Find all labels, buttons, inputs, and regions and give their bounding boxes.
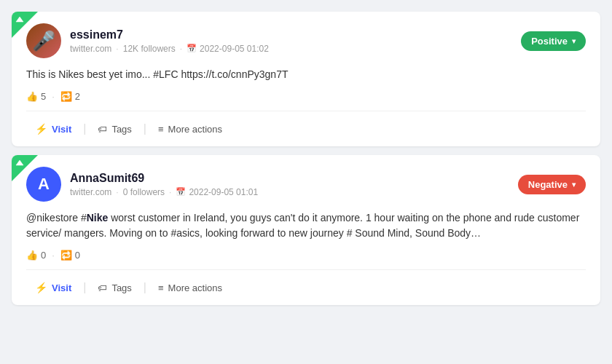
visit-label-1: Visit: [52, 124, 71, 135]
visit-button-2[interactable]: ⚡ Visit: [26, 277, 80, 298]
avatar-2: A: [26, 167, 61, 202]
tags-label-2: Tags: [111, 282, 131, 293]
like-count-1: 5: [41, 91, 46, 102]
post-content-1: This is Nikes best yet imo... #LFC https…: [26, 68, 288, 80]
share-count-1: 2: [75, 91, 80, 102]
footer-sep-2b: |: [144, 281, 146, 294]
user-info-2: A AnnaSumit69 twitter.com · 0 followers …: [26, 167, 258, 202]
chevron-down-icon-1: ▾: [572, 37, 576, 45]
date-wrapper-2: 📅 2022-09-05 01:01: [176, 187, 258, 197]
svg-point-0: [18, 18, 21, 21]
likes-2: 👍 0: [26, 250, 46, 261]
date-2: 2022-09-05 01:01: [189, 187, 258, 197]
username-2: AnnaSumit69: [70, 172, 258, 185]
likes-1: 👍 5: [26, 91, 46, 102]
dot-3: ·: [116, 187, 118, 197]
card-header-1: 🎤 essinem7 twitter.com · 12K followers ·…: [26, 23, 586, 58]
engagement-2: 👍 0 · 🔁 0: [26, 250, 586, 261]
eng-sep-2: ·: [52, 250, 55, 261]
footer-sep-1a: |: [83, 122, 86, 135]
sentiment-badge-2[interactable]: Negative ▾: [518, 175, 586, 194]
more-actions-button-2[interactable]: ≡ More actions: [149, 278, 231, 298]
followers-2: 0 followers: [123, 187, 165, 197]
avatar-letter-2: A: [38, 175, 50, 194]
platform-1: twitter.com: [70, 44, 111, 54]
visit-label-2: Visit: [52, 282, 71, 293]
more-actions-button-1[interactable]: ≡ More actions: [149, 119, 231, 139]
tag-icon-2: 🏷: [98, 282, 107, 293]
engagement-1: 👍 5 · 🔁 2: [26, 91, 586, 102]
more-actions-label-2: More actions: [168, 282, 222, 293]
date-wrapper-1: 📅 2022-09-05 01:02: [187, 44, 269, 54]
sentiment-badge-1[interactable]: Positive ▾: [521, 31, 586, 51]
footer-sep-2a: |: [83, 281, 86, 294]
user-details-2: AnnaSumit69 twitter.com · 0 followers · …: [70, 172, 258, 197]
menu-icon-1: ≡: [158, 124, 164, 135]
share-count-2: 0: [75, 250, 80, 261]
shares-1: 🔁 2: [60, 91, 80, 102]
user-info-1: 🎤 essinem7 twitter.com · 12K followers ·…: [26, 23, 269, 58]
sentiment-label-2: Negative: [528, 179, 568, 190]
share-icon-2: 🔁: [60, 250, 72, 261]
meta-1: twitter.com · 12K followers · 📅 2022-09-…: [70, 44, 269, 54]
tag-icon-1: 🏷: [98, 124, 107, 135]
shares-2: 🔁 0: [60, 250, 80, 261]
menu-icon-2: ≡: [158, 282, 164, 293]
avatar-1: 🎤: [26, 23, 61, 58]
like-icon-2: 👍: [26, 250, 38, 261]
card-footer-2: ⚡ Visit | 🏷 Tags | ≡ More actions: [26, 269, 586, 305]
chevron-down-icon-2: ▾: [572, 181, 576, 189]
visit-button-1[interactable]: ⚡ Visit: [26, 119, 80, 139]
dot-1: ·: [116, 44, 118, 54]
tags-button-2[interactable]: 🏷 Tags: [89, 278, 140, 298]
like-count-2: 0: [41, 250, 46, 261]
tags-label-1: Tags: [111, 124, 131, 135]
like-icon-1: 👍: [26, 91, 38, 102]
tags-button-1[interactable]: 🏷 Tags: [89, 119, 140, 139]
followers-1: 12K followers: [123, 44, 176, 54]
eng-sep-1: ·: [52, 91, 55, 102]
platform-2: twitter.com: [70, 187, 111, 197]
card-body-1: This is Nikes best yet imo... #LFC https…: [26, 67, 586, 82]
card-footer-1: ⚡ Visit | 🏷 Tags | ≡ More actions: [26, 111, 586, 146]
post-content-2: worst customer in Ireland, you guys can'…: [26, 212, 579, 239]
calendar-icon-2: 📅: [176, 187, 186, 197]
dot-2: ·: [180, 44, 182, 54]
card-header-2: A AnnaSumit69 twitter.com · 0 followers …: [26, 167, 586, 202]
date-1: 2022-09-05 01:02: [200, 44, 269, 54]
svg-point-1: [18, 162, 21, 165]
sentiment-label-1: Positive: [531, 36, 568, 47]
share-icon-1: 🔁: [60, 91, 72, 102]
post-content-prefix-2: @nikestore #: [26, 212, 87, 223]
brand-highlight-2: Nike: [87, 212, 109, 223]
meta-2: twitter.com · 0 followers · 📅 2022-09-05…: [70, 187, 258, 197]
calendar-icon-1: 📅: [187, 44, 197, 53]
bolt-icon-1: ⚡: [35, 123, 47, 135]
post-card-1: 🎤 essinem7 twitter.com · 12K followers ·…: [12, 12, 600, 146]
bolt-icon-2: ⚡: [35, 282, 47, 293]
user-details-1: essinem7 twitter.com · 12K followers · 📅…: [70, 28, 269, 54]
footer-sep-1b: |: [144, 122, 146, 135]
more-actions-label-1: More actions: [168, 124, 222, 135]
dot-4: ·: [169, 187, 171, 197]
username-1: essinem7: [70, 28, 269, 41]
post-card-2: A AnnaSumit69 twitter.com · 0 followers …: [12, 155, 600, 305]
card-body-2: @nikestore #Nike worst customer in Irela…: [26, 210, 586, 241]
